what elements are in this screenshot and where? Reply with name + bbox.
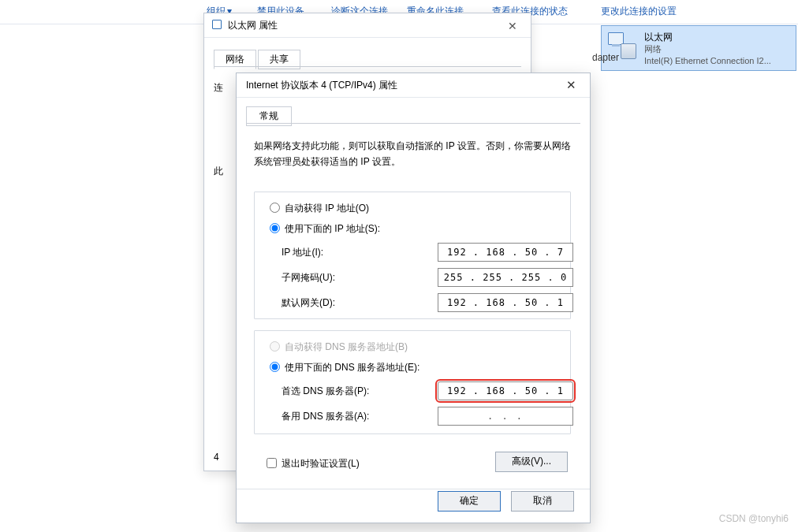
radio-auto-ip[interactable]: 自动获得 IP 地址(O) — [266, 200, 369, 215]
this-label: 此 — [214, 165, 223, 178]
window-title: 以太网 属性 — [228, 19, 278, 32]
radio-auto-ip-label: 自动获得 IP 地址(O) — [285, 203, 369, 214]
row-ip: IP 地址(I): 192 . 168 . 50 . 7 — [282, 243, 561, 262]
titlebar: Internet 协议版本 4 (TCP/IPv4) 属性 ✕ — [237, 73, 590, 98]
obscured-text: dapter — [592, 50, 758, 65]
separator — [237, 489, 590, 489]
tab-underline — [214, 66, 521, 67]
row-dns1: 首选 DNS 服务器(P): 192 . 168 . 50 . 1 — [282, 381, 561, 400]
row-mask: 子网掩码(U): 255 . 255 . 255 . 0 — [282, 268, 561, 287]
tab-underline — [246, 123, 580, 124]
adapter-small-icon — [212, 18, 223, 29]
radio-manual-dns[interactable]: 使用下面的 DNS 服务器地址(E): — [266, 359, 420, 374]
radio-manual-dns-label: 使用下面的 DNS 服务器地址(E): — [285, 362, 420, 373]
tab-row: 常规 — [246, 106, 292, 124]
info-text: 如果网络支持此功能，则可以获取自动指派的 IP 设置。否则，你需要从网络系统管理… — [254, 138, 572, 169]
close-icon[interactable]: ✕ — [557, 76, 585, 94]
validate-label: 退出时验证设置(L) — [282, 458, 360, 469]
adapter-name: 以太网 — [644, 31, 673, 44]
ok-button[interactable]: 确定 — [438, 491, 501, 512]
dns2-label: 备用 DNS 服务器(A): — [282, 407, 369, 426]
mask-label: 子网掩码(U): — [282, 268, 335, 287]
row-dns2: 备用 DNS 服务器(A): . . . — [282, 407, 561, 426]
window-title: Internet 协议版本 4 (TCP/IPv4) 属性 — [246, 79, 397, 92]
close-icon[interactable]: ✕ — [501, 18, 524, 34]
tab-row: 网络 共享 — [214, 50, 300, 67]
advanced-button[interactable]: 高级(V)... — [495, 452, 568, 472]
watermark: CSDN @tonyhi6 — [719, 513, 789, 524]
gateway-label: 默认网关(D): — [282, 293, 335, 312]
cancel-button[interactable]: 取消 — [511, 491, 574, 512]
validate-checkbox[interactable]: 退出时验证设置(L) — [263, 456, 360, 471]
radio-manual-ip[interactable]: 使用下面的 IP 地址(S): — [266, 221, 380, 236]
ipv4-properties-window: Internet 协议版本 4 (TCP/IPv4) 属性 ✕ 常规 如果网络支… — [236, 73, 591, 523]
fragment-4: 4 — [214, 452, 219, 463]
dns2-input[interactable]: . . . — [438, 407, 573, 426]
titlebar: 以太网 属性 ✕ — [204, 13, 531, 38]
connection-label: 连 — [214, 81, 223, 95]
dns-groupbox: 自动获得 DNS 服务器地址(B) 使用下面的 DNS 服务器地址(E): 首选… — [254, 330, 571, 434]
dns1-input[interactable]: 192 . 168 . 50 . 1 — [438, 381, 573, 400]
radio-auto-dns-label: 自动获得 DNS 服务器地址(B) — [285, 341, 408, 352]
ip-groupbox: 自动获得 IP 地址(O) 使用下面的 IP 地址(S): IP 地址(I): … — [254, 192, 571, 319]
dns1-label: 首选 DNS 服务器(P): — [282, 381, 369, 400]
cmd-settings[interactable]: 更改此连接的设置 — [601, 5, 677, 18]
ip-input[interactable]: 192 . 168 . 50 . 7 — [438, 243, 573, 262]
radio-auto-dns: 自动获得 DNS 服务器地址(B) — [266, 339, 408, 354]
mask-input[interactable]: 255 . 255 . 255 . 0 — [438, 268, 573, 287]
radio-manual-ip-label: 使用下面的 IP 地址(S): — [285, 223, 380, 234]
ip-label: IP 地址(I): — [282, 243, 323, 262]
button-bar: 确定 取消 — [430, 491, 574, 523]
gateway-input[interactable]: 192 . 168 . 50 . 1 — [438, 293, 573, 312]
row-gateway: 默认网关(D): 192 . 168 . 50 . 1 — [282, 293, 561, 312]
